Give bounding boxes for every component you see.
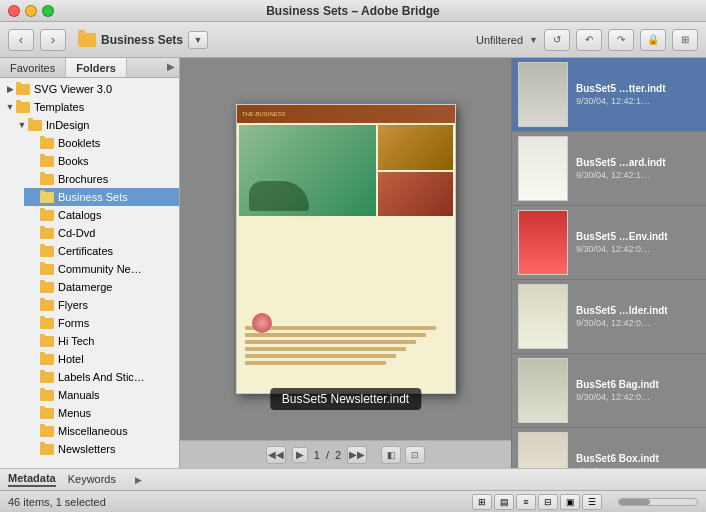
folder-icon xyxy=(40,372,54,383)
tree-item-books[interactable]: Books xyxy=(24,152,179,170)
lock-button[interactable]: 🔒 xyxy=(640,29,666,51)
tab-metadata[interactable]: Metadata xyxy=(8,472,56,487)
metadata-expand-icon[interactable]: ▶ xyxy=(132,473,146,487)
page-separator: / xyxy=(326,449,329,461)
tree-item-indesign[interactable]: ▼InDesign xyxy=(12,116,179,134)
thumbnail-name: BusSet6 Box.indt xyxy=(576,453,700,464)
folder-icon xyxy=(40,192,54,203)
tree-item-flyers[interactable]: Flyers xyxy=(24,296,179,314)
thumbnail-date: 9/30/04, 12:42:1… xyxy=(576,96,700,106)
tree-item-brochures[interactable]: Brochures xyxy=(24,170,179,188)
tree-item-community-ne[interactable]: Community Ne… xyxy=(24,260,179,278)
status-bar: 46 items, 1 selected ⊞ ▤ ≡ ⊟ ▣ ☰ xyxy=(0,490,706,512)
preview-caption: BusSet5 Newsletter.indt xyxy=(270,388,421,410)
right-thumbnails-panel[interactable]: BusSet5 …tter.indt9/30/04, 12:42:1…BusSe… xyxy=(511,58,706,468)
center-panel: THE BUSINESS Exer alis alit dip xyxy=(180,58,511,468)
panel-expand-button[interactable]: ▶ xyxy=(163,58,179,74)
window-buttons[interactable] xyxy=(8,5,54,17)
tab-folders[interactable]: Folders xyxy=(66,58,127,77)
zoom-slider[interactable] xyxy=(618,498,698,506)
tree-item-certificates[interactable]: Certificates xyxy=(24,242,179,260)
zoom-button[interactable]: ⊡ xyxy=(405,446,425,464)
tree-item-miscellaneous[interactable]: Miscellaneous xyxy=(24,422,179,440)
tree-item-cd-dvd[interactable]: Cd-Dvd xyxy=(24,224,179,242)
rotate-left-button[interactable]: ↶ xyxy=(576,29,602,51)
thumbnail-info: BusSet5 …lder.indt9/30/04, 12:42:0… xyxy=(576,305,700,328)
thumbnail-item[interactable]: BusSet6 Box.indt9/30/04, 12:41:5… xyxy=(512,428,706,468)
details-view-button[interactable]: ≡ xyxy=(516,494,536,510)
close-button[interactable] xyxy=(8,5,20,17)
prev-page-button[interactable]: ◀◀ xyxy=(266,446,286,464)
tree-toggle-icon: ▼ xyxy=(16,119,28,131)
tree-toggle-icon xyxy=(28,407,40,419)
thumbnail-item[interactable]: BusSet5 …tter.indt9/30/04, 12:42:1… xyxy=(512,58,706,132)
tree-item-catalogs[interactable]: Catalogs xyxy=(24,206,179,224)
tree-item-templates[interactable]: ▼Templates xyxy=(0,98,179,116)
minimize-button[interactable] xyxy=(25,5,37,17)
tree-item-hotel[interactable]: Hotel xyxy=(24,350,179,368)
tree-item-label: Hi Tech xyxy=(58,335,94,347)
next-page-button[interactable]: ▶▶ xyxy=(347,446,367,464)
tree-item-label: Catalogs xyxy=(58,209,101,221)
tree-toggle-icon xyxy=(28,371,40,383)
tab-favorites[interactable]: Favorites xyxy=(0,58,66,77)
refresh-button[interactable]: ↺ xyxy=(544,29,570,51)
filter-label: Unfiltered xyxy=(476,34,523,46)
window-title: Business Sets – Adobe Bridge xyxy=(266,4,440,18)
filmstrip-view-button[interactable]: ▤ xyxy=(494,494,514,510)
fit-button[interactable]: ◧ xyxy=(381,446,401,464)
filter-dropdown-arrow[interactable]: ▼ xyxy=(529,35,538,45)
tree-item-business-sets[interactable]: Business Sets xyxy=(24,188,179,206)
preview-nav: ◀◀ ▶ 1 / 2 ▶▶ ◧ ⊡ xyxy=(180,440,511,468)
main-layout: Favorites Folders ▶ ▶SVG Viewer 3.0▼Temp… xyxy=(0,58,706,468)
versions-view-button[interactable]: ⊟ xyxy=(538,494,558,510)
tree-toggle-icon xyxy=(28,353,40,365)
tree-item-svg-viewer-30[interactable]: ▶SVG Viewer 3.0 xyxy=(0,80,179,98)
thumbnail-info: BusSet5 …tter.indt9/30/04, 12:42:1… xyxy=(576,83,700,106)
tree-item-manuals[interactable]: Manuals xyxy=(24,386,179,404)
tab-keywords[interactable]: Keywords xyxy=(68,473,116,486)
tree-item-labels-and-stic[interactable]: Labels And Stic… xyxy=(24,368,179,386)
folder-icon xyxy=(40,210,54,221)
folder-icon xyxy=(40,336,54,347)
rotate-right-button[interactable]: ↷ xyxy=(608,29,634,51)
folder-icon xyxy=(40,444,54,455)
thumbnail-item[interactable]: BusSet5 …Env.indt9/30/04, 12:42:0… xyxy=(512,206,706,280)
doc-header-text: THE BUSINESS xyxy=(242,111,286,117)
doc-circle-decoration xyxy=(252,313,272,333)
tree-item-newsletters[interactable]: Newsletters xyxy=(24,440,179,458)
tree-toggle-icon xyxy=(28,245,40,257)
tree-item-hi-tech[interactable]: Hi Tech xyxy=(24,332,179,350)
thumbnail-item[interactable]: BusSet5 …ard.indt9/30/04, 12:42:1… xyxy=(512,132,706,206)
tree-item-forms[interactable]: Forms xyxy=(24,314,179,332)
play-button[interactable]: ▶ xyxy=(292,447,308,463)
tree-item-booklets[interactable]: Booklets xyxy=(24,134,179,152)
tree-panel[interactable]: ▶SVG Viewer 3.0▼Templates▼InDesignBookle… xyxy=(0,78,179,468)
location-dropdown[interactable]: ▼ xyxy=(188,31,208,49)
folder-icon xyxy=(40,156,54,167)
thumbnail-item[interactable]: BusSet5 …lder.indt9/30/04, 12:42:0… xyxy=(512,280,706,354)
thumbnail-image xyxy=(518,432,568,468)
total-pages: 2 xyxy=(335,449,341,461)
thumbs-view-button[interactable]: ⊞ xyxy=(472,494,492,510)
thumbnail-image xyxy=(518,210,568,275)
expand-button[interactable]: ⊞ xyxy=(672,29,698,51)
back-button[interactable]: ‹ xyxy=(8,29,34,51)
thumbnail-image xyxy=(518,62,568,127)
tree-toggle-icon xyxy=(28,137,40,149)
tree-item-label: InDesign xyxy=(46,119,89,131)
thumbnail-name: BusSet6 Bag.indt xyxy=(576,379,700,390)
tree-item-menus[interactable]: Menus xyxy=(24,404,179,422)
thumbnail-item[interactable]: BusSet6 Bag.indt9/30/04, 12:42:0… xyxy=(512,354,706,428)
maximize-button[interactable] xyxy=(42,5,54,17)
forward-button[interactable]: › xyxy=(40,29,66,51)
tree-item-label: Newsletters xyxy=(58,443,115,455)
tree-item-label: Business Sets xyxy=(58,191,128,203)
list-view-button[interactable]: ☰ xyxy=(582,494,602,510)
folder-icon xyxy=(40,426,54,437)
thumbnail-image xyxy=(518,284,568,349)
preview-document: THE BUSINESS Exer alis alit dip xyxy=(236,104,456,394)
tree-item-datamerge[interactable]: Datamerge xyxy=(24,278,179,296)
slideshow-view-button[interactable]: ▣ xyxy=(560,494,580,510)
thumbnail-date: 9/30/04, 12:42:1… xyxy=(576,170,700,180)
